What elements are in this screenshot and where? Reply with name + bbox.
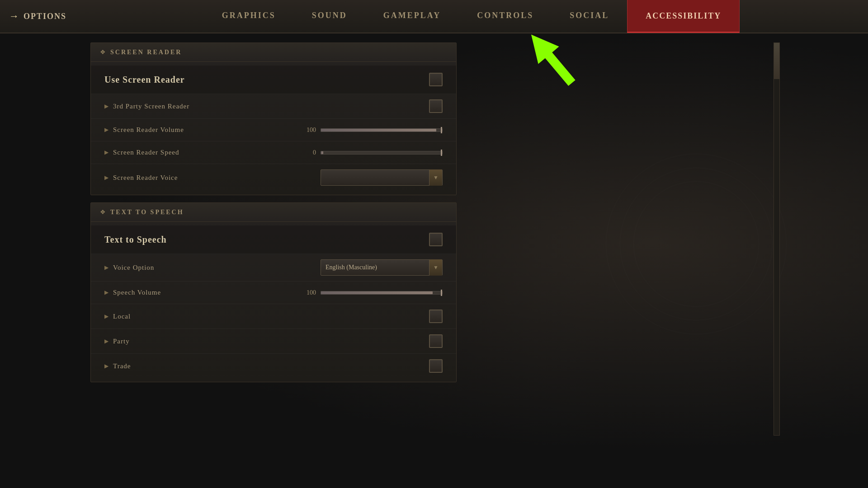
chevron-down-icon: ▼ (429, 169, 442, 186)
reader-voice-row: ▶ Screen Reader Voice ▼ (91, 164, 456, 191)
tts-title: TEXT TO SPEECH (110, 209, 184, 216)
speech-volume-value: 100 (302, 289, 316, 296)
speech-volume-fill (321, 291, 433, 294)
bullet-icon: ▶ (104, 363, 108, 370)
reader-speed-slider[interactable] (321, 151, 443, 155)
voice-option-row: ▶ Voice Option English (Masculine) ▼ (91, 254, 456, 282)
reader-speed-label: Screen Reader Speed (113, 149, 302, 156)
tts-header: ❖ TEXT TO SPEECH (91, 203, 456, 222)
reader-voice-label: Screen Reader Voice (113, 174, 321, 182)
screen-reader-body: Use Screen Reader ▶ 3rd Party Screen Rea… (91, 62, 456, 195)
bullet-icon: ▶ (104, 149, 108, 156)
third-party-row: ▶ 3rd Party Screen Reader (91, 94, 456, 119)
bullet-icon: ▶ (104, 264, 108, 271)
party-checkbox[interactable] (429, 334, 443, 348)
chevron-down-icon: ▼ (429, 259, 442, 276)
trade-label: Trade (113, 362, 429, 370)
annotation-arrow (515, 23, 588, 97)
tab-graphics[interactable]: GRAPHICS (204, 0, 294, 33)
text-to-speech-section: ❖ TEXT TO SPEECH Text to Speech ▶ Voice … (90, 202, 457, 382)
speech-volume-thumb (441, 290, 442, 296)
bullet-icon: ▶ (104, 338, 108, 345)
tts-main-label: Text to Speech (104, 235, 429, 245)
bullet-icon: ▶ (104, 127, 108, 133)
voice-option-dropdown[interactable]: English (Masculine) ▼ (321, 259, 443, 276)
local-checkbox[interactable] (429, 310, 443, 323)
topbar: → OPTIONS GRAPHICS SOUND GAMEPLAY CONTRO… (0, 0, 868, 33)
back-label: OPTIONS (24, 12, 66, 21)
party-label: Party (113, 338, 429, 345)
tab-accessibility[interactable]: ACCESSIBILITY (627, 0, 740, 33)
reader-volume-row: ▶ Screen Reader Volume 100 (91, 119, 456, 141)
tts-icon: ❖ (100, 208, 106, 216)
third-party-label: 3rd Party Screen Reader (113, 103, 429, 110)
reader-volume-fill (321, 129, 436, 131)
reader-volume-label: Screen Reader Volume (113, 126, 302, 134)
trade-checkbox[interactable] (429, 359, 443, 373)
tab-sound[interactable]: SOUND (294, 0, 365, 33)
tts-body: Text to Speech ▶ Voice Option English (M… (91, 222, 456, 382)
nav-tabs: GRAPHICS SOUND GAMEPLAY CONTROLS SOCIAL … (85, 0, 859, 33)
third-party-checkbox[interactable] (429, 99, 443, 113)
bullet-icon: ▶ (104, 289, 108, 296)
screen-reader-icon: ❖ (100, 48, 106, 56)
main-content: ❖ SCREEN READER Use Screen Reader ▶ 3rd … (0, 33, 868, 488)
local-row: ▶ Local (91, 304, 456, 329)
use-screen-reader-checkbox[interactable] (429, 73, 443, 86)
screen-reader-section: ❖ SCREEN READER Use Screen Reader ▶ 3rd … (90, 42, 457, 195)
reader-speed-fill (321, 151, 323, 154)
back-button[interactable]: → OPTIONS (9, 10, 66, 22)
bullet-icon: ▶ (104, 103, 108, 110)
back-arrow-icon: → (9, 10, 20, 22)
party-row: ▶ Party (91, 329, 456, 354)
use-screen-reader-label: Use Screen Reader (104, 75, 429, 85)
speech-volume-slider[interactable] (321, 291, 443, 295)
use-screen-reader-row: Use Screen Reader (91, 66, 456, 94)
speech-volume-label: Speech Volume (113, 289, 302, 296)
tts-main-row: Text to Speech (91, 225, 456, 254)
svg-marker-0 (521, 26, 582, 92)
reader-voice-dropdown[interactable]: ▼ (321, 169, 443, 186)
speech-volume-row: ▶ Speech Volume 100 (91, 282, 456, 304)
trade-row: ▶ Trade (91, 354, 456, 378)
screen-reader-header: ❖ SCREEN READER (91, 43, 456, 62)
bullet-icon: ▶ (104, 174, 108, 181)
reader-speed-thumb (441, 150, 442, 156)
bullet-icon: ▶ (104, 313, 108, 320)
screen-reader-title: SCREEN READER (110, 49, 182, 56)
reader-speed-value: 0 (302, 149, 316, 156)
tts-main-checkbox[interactable] (429, 233, 443, 246)
local-label: Local (113, 313, 429, 320)
reader-speed-row: ▶ Screen Reader Speed 0 (91, 141, 456, 164)
reader-volume-slider[interactable] (321, 128, 443, 132)
reader-volume-value: 100 (302, 127, 316, 134)
voice-option-dropdown-text: English (Masculine) (326, 264, 429, 271)
settings-panel: ❖ SCREEN READER Use Screen Reader ▶ 3rd … (90, 42, 461, 479)
reader-volume-thumb (441, 127, 442, 133)
voice-option-label: Voice Option (113, 264, 321, 272)
tab-gameplay[interactable]: GAMEPLAY (365, 0, 459, 33)
